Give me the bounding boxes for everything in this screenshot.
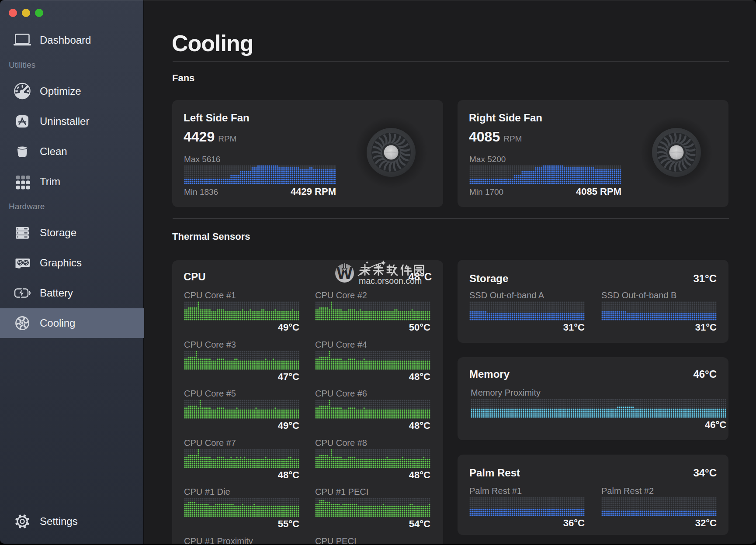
svg-text:mac.orsoon.com: mac.orsoon.com: [359, 276, 422, 286]
